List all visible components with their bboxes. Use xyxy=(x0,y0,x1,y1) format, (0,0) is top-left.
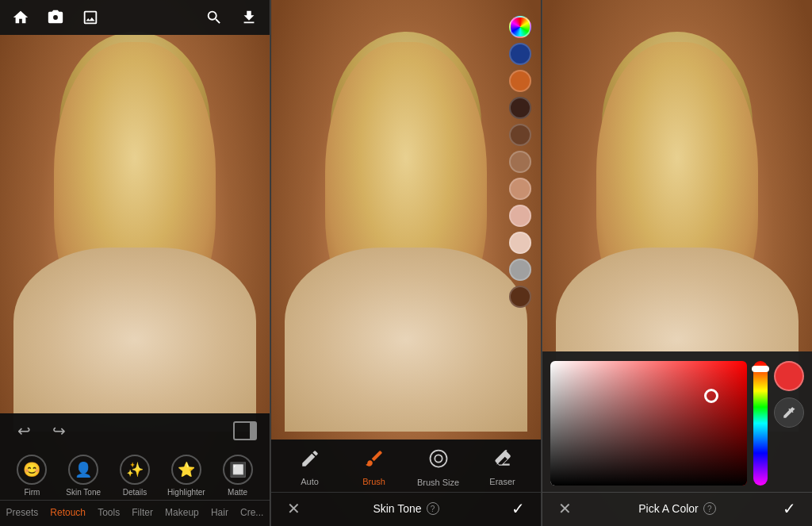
eraser-label: Eraser xyxy=(489,477,515,486)
compare-icon[interactable] xyxy=(233,421,257,440)
skin-tone-label: Skin Tone xyxy=(66,488,101,497)
cancel-button-3[interactable]: ✕ xyxy=(558,499,572,518)
tool-icons-row: 😊 Firm 👤 Skin Tone ✨ Details ⭐ Highlight… xyxy=(0,448,270,500)
tab-makeup[interactable]: Makeup xyxy=(162,505,202,520)
swatch-blue-dark[interactable] xyxy=(509,43,531,65)
svg-point-1 xyxy=(435,455,442,462)
skin-tone-icon: 👤 xyxy=(68,455,98,485)
hue-slider[interactable] xyxy=(753,361,768,486)
pick-a-color-label: Pick A Color ? xyxy=(638,502,715,515)
tab-filter[interactable]: Filter xyxy=(128,505,156,520)
tool-auto[interactable]: Auto xyxy=(286,448,334,486)
skin-tone-text: Skin Tone xyxy=(373,502,421,515)
pick-a-color-help[interactable]: ? xyxy=(703,502,716,515)
hue-cursor xyxy=(752,366,769,372)
swatch-salmon[interactable] xyxy=(509,178,531,200)
tool-highlighter[interactable]: ⭐ Highlighter xyxy=(164,455,209,497)
brush-size-icon xyxy=(427,447,450,474)
top-toolbar xyxy=(0,0,270,35)
swatch-rainbow[interactable] xyxy=(509,16,531,38)
color-picker-main xyxy=(542,351,812,492)
panel-3: ✕ Pick A Color ? ✓ xyxy=(542,0,812,526)
eraser-icon xyxy=(492,448,513,474)
brush-size-label: Brush Size xyxy=(417,478,459,487)
swatch-very-light[interactable] xyxy=(509,232,531,254)
confirm-button-2[interactable]: ✓ xyxy=(511,499,525,518)
gradient-cursor xyxy=(704,389,718,403)
body-1 xyxy=(13,248,256,432)
redo-icon[interactable]: ↪ xyxy=(48,420,70,442)
panel-1: ↩ ↪ 😊 Firm 👤 Skin Tone ✨ Details ⭐ Highl… xyxy=(0,0,270,526)
firm-label: Firm xyxy=(24,488,40,497)
image-edit-icon[interactable] xyxy=(79,6,102,29)
color-preview-swatch xyxy=(774,361,804,391)
swatch-light-pink[interactable] xyxy=(509,205,531,227)
zoom-icon[interactable] xyxy=(203,6,225,29)
tool-firm[interactable]: 😊 Firm xyxy=(10,455,54,497)
tool-row-2: Auto Brush Brush Size Eraser xyxy=(271,440,541,492)
tool-details[interactable]: ✨ Details xyxy=(113,455,157,497)
eyedropper-button[interactable] xyxy=(774,397,804,428)
color-gradient-square[interactable] xyxy=(550,361,747,486)
color-swatches xyxy=(509,16,531,308)
swatch-orange[interactable] xyxy=(509,70,531,92)
tool-eraser[interactable]: Eraser xyxy=(479,448,527,486)
action-bar-2: ✕ Skin Tone ? ✓ xyxy=(271,492,541,526)
svg-point-0 xyxy=(430,451,446,467)
skin-tone-action-label: Skin Tone ? xyxy=(373,502,439,515)
details-icon: ✨ xyxy=(120,455,150,485)
brush-icon xyxy=(364,448,385,474)
tool-matte[interactable]: 🔲 Matte xyxy=(216,455,260,497)
tab-tools[interactable]: Tools xyxy=(94,505,123,520)
undo-redo-left: ↩ ↪ xyxy=(13,420,70,442)
highlighter-label: Highlighter xyxy=(167,488,205,497)
matte-label: Matte xyxy=(228,488,247,497)
body-2 xyxy=(285,248,527,432)
cancel-button-2[interactable]: ✕ xyxy=(287,499,301,518)
auto-label: Auto xyxy=(301,477,319,486)
auto-icon xyxy=(300,448,320,474)
panel-2: Auto Brush Brush Size Eraser xyxy=(270,0,542,526)
swatch-brown-mid[interactable] xyxy=(509,124,531,146)
swatch-dark-brown[interactable] xyxy=(509,97,531,119)
tool-skin-tone[interactable]: 👤 Skin Tone xyxy=(61,455,105,497)
swatch-dark-brown2[interactable] xyxy=(509,286,531,308)
skin-tone-help[interactable]: ? xyxy=(427,502,439,515)
brush-label: Brush xyxy=(362,477,385,486)
tab-presets[interactable]: Presets xyxy=(3,505,42,520)
nav-tabs: Presets Retouch Tools Filter Makeup Hair… xyxy=(0,500,270,526)
details-label: Details xyxy=(123,488,147,497)
color-picker-overlay: ✕ Pick A Color ? ✓ xyxy=(542,351,812,526)
tab-cre[interactable]: Cre... xyxy=(237,505,266,520)
bottom-controls-2: Auto Brush Brush Size Eraser xyxy=(271,440,541,526)
tab-hair[interactable]: Hair xyxy=(208,505,232,520)
color-preview-col xyxy=(774,361,804,486)
undo-icon[interactable]: ↩ xyxy=(13,420,35,442)
swatch-light-brown[interactable] xyxy=(509,151,531,173)
highlighter-icon: ⭐ xyxy=(171,455,201,485)
pick-a-color-text: Pick A Color xyxy=(638,502,698,515)
camera-icon[interactable] xyxy=(44,6,67,29)
tab-retouch[interactable]: Retouch xyxy=(47,505,89,520)
tool-brush[interactable]: Brush xyxy=(350,448,398,486)
undo-redo-bar: ↩ ↪ xyxy=(0,413,270,448)
swatch-gray[interactable] xyxy=(509,259,531,281)
action-bar-3: ✕ Pick A Color ? ✓ xyxy=(542,492,812,526)
firm-icon: 😊 xyxy=(17,455,47,485)
bottom-controls-1: ↩ ↪ 😊 Firm 👤 Skin Tone ✨ Details ⭐ Highl… xyxy=(0,413,270,526)
tool-brush-size[interactable]: Brush Size xyxy=(415,447,462,487)
home-icon[interactable] xyxy=(10,6,32,29)
download-icon[interactable] xyxy=(238,6,260,29)
matte-icon: 🔲 xyxy=(223,455,253,485)
confirm-button-3[interactable]: ✓ xyxy=(783,499,796,518)
